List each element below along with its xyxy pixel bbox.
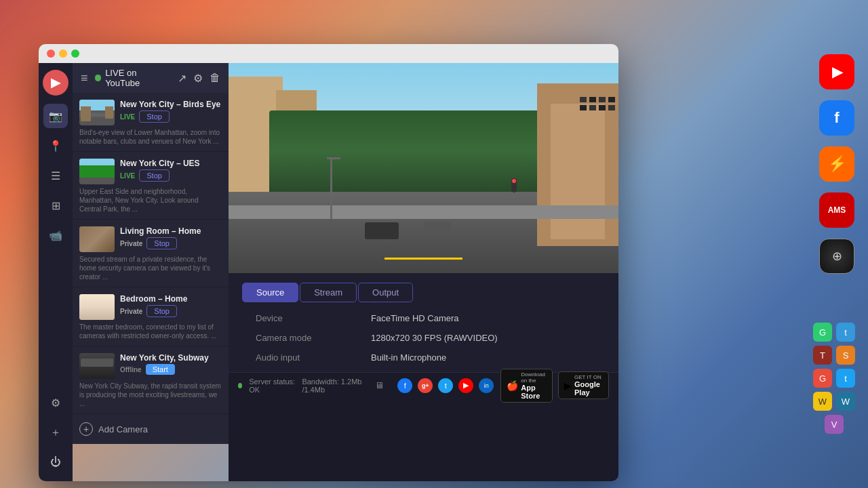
- bandwidth-icon[interactable]: 🖥: [375, 380, 384, 390]
- camera-description: The master bedroom, connected to my list…: [79, 323, 222, 340]
- mini-icon-1[interactable]: G: [813, 323, 832, 342]
- status-badge: Offline: [120, 366, 142, 373]
- sidebar-item-power[interactable]: ⏻: [43, 450, 68, 474]
- camera-info: New York City – UES LIVE Stop: [120, 159, 222, 184]
- status-badge: LIVE: [120, 172, 135, 180]
- google-play-name: Google Play: [574, 380, 603, 396]
- facebook-app-icon[interactable]: f: [819, 100, 854, 136]
- tab-row: Source Stream Output: [242, 283, 605, 302]
- status-badge: Private: [120, 240, 142, 247]
- app-logo[interactable]: ▶: [43, 70, 68, 96]
- google-social-icon[interactable]: g+: [418, 378, 433, 393]
- list-item[interactable]: New York City – Birds Eye LIVE Stop Bird…: [73, 93, 229, 152]
- camera-info: Living Room – Home Private Stop: [120, 226, 222, 251]
- sidebar-item-list[interactable]: ☰: [43, 163, 68, 188]
- mini-icon-7[interactable]: W: [813, 392, 832, 411]
- tab-stream[interactable]: Stream: [300, 283, 357, 302]
- ams-app-icon[interactable]: AMS: [819, 192, 854, 228]
- youtube-social-icon[interactable]: ▶: [458, 378, 473, 393]
- thunder-icon-symbol: ⚡: [828, 155, 846, 173]
- top-bar-actions: ↗ ⚙ 🗑: [178, 72, 220, 85]
- live-status-label: LIVE on YouTube: [105, 68, 171, 88]
- google-play-text: GET IT ON Google Play: [574, 374, 603, 396]
- sidebar-item-grid[interactable]: ⊞: [43, 193, 68, 218]
- s5-app-icon[interactable]: ⊕: [819, 239, 854, 274]
- camera-thumbnail: [79, 100, 115, 125]
- server-status-dot: [238, 383, 242, 388]
- tab-output[interactable]: Output: [358, 283, 413, 302]
- ams-icon-symbol: AMS: [828, 205, 846, 215]
- maximize-button[interactable]: [71, 49, 79, 58]
- twitter-social-icon[interactable]: t: [438, 378, 453, 393]
- sidebar-item-map[interactable]: 📍: [43, 134, 68, 158]
- camera-mode-value: 868x488 30 FPS (RAWVIDEO): [371, 333, 591, 343]
- youtube-icon-symbol: ▶: [832, 64, 842, 80]
- traffic-lights: [47, 49, 79, 58]
- sidebar-item-plus[interactable]: ＋: [43, 420, 68, 445]
- list-item[interactable]: Living Room – Home Private Stop Secured …: [73, 220, 229, 287]
- mini-icon-8[interactable]: W: [836, 392, 855, 411]
- sidebar-item-video[interactable]: 📹: [43, 223, 68, 247]
- youtube-app-icon[interactable]: ▶: [819, 54, 854, 89]
- facebook-social-icon[interactable]: f: [397, 378, 412, 393]
- google-play-icon: ▶: [564, 380, 572, 391]
- trash-icon[interactable]: 🗑: [210, 72, 220, 84]
- stop-button[interactable]: Stop: [146, 305, 177, 317]
- share-icon[interactable]: ↗: [178, 72, 186, 85]
- camera-description: Secured stream of a private residence, t…: [79, 255, 222, 281]
- google-play-badge[interactable]: ▶ GET IT ON Google Play: [558, 371, 609, 399]
- list-icon: ☰: [51, 169, 60, 182]
- device-value: FaceTime HD Camera: [371, 313, 591, 323]
- camera-list: New York City – Birds Eye LIVE Stop Bird…: [73, 93, 229, 444]
- mini-icon-6[interactable]: t: [836, 369, 855, 388]
- menu-icon[interactable]: ≡: [81, 71, 88, 85]
- video-preview: [229, 63, 618, 273]
- facebook-icon-symbol: f: [834, 109, 839, 127]
- s5-icon-symbol: ⊕: [832, 249, 842, 264]
- list-item[interactable]: New York City – UES LIVE Stop Upper East…: [73, 152, 229, 220]
- camera-info: New York City – Birds Eye LIVE Stop: [120, 100, 222, 125]
- grid-icon: ⊞: [52, 199, 60, 212]
- app-store-name: App Store: [521, 384, 547, 400]
- tab-source[interactable]: Source: [242, 283, 298, 302]
- start-button[interactable]: Start: [146, 364, 175, 375]
- app-store-badge[interactable]: 🍎 Download on the App Store: [500, 369, 553, 403]
- google-play-small: GET IT ON: [574, 374, 603, 380]
- social-icons: f g+ t ▶ in: [397, 378, 494, 393]
- mini-icon-5[interactable]: G: [813, 369, 832, 388]
- settings-top-icon[interactable]: ⚙: [193, 72, 203, 85]
- status-badge: LIVE: [120, 113, 135, 121]
- mini-icon-2[interactable]: t: [836, 323, 855, 342]
- right-panel: Source Stream Output Device FaceTime HD …: [229, 63, 618, 481]
- stop-button[interactable]: Stop: [139, 169, 170, 182]
- camera-list-icon: 📷: [49, 110, 62, 123]
- power-icon: ⏻: [50, 456, 61, 468]
- minimize-button[interactable]: [59, 49, 67, 58]
- sidebar-item-cameras[interactable]: 📷: [43, 104, 68, 128]
- mini-icon-4[interactable]: S: [836, 346, 855, 365]
- stop-button[interactable]: Stop: [146, 237, 177, 249]
- camera-name: New York City – Birds Eye: [120, 100, 222, 109]
- close-button[interactable]: [47, 49, 55, 58]
- server-status-text: Server status: OK: [249, 378, 295, 394]
- thunder-app-icon[interactable]: ⚡: [819, 146, 854, 182]
- desktop-icons: ▶ f ⚡ AMS ⊕: [819, 54, 854, 274]
- source-info: Device FaceTime HD Camera Camera mode 12…: [242, 313, 605, 363]
- camera-thumbnail: [79, 159, 115, 184]
- sidebar-item-settings[interactable]: ⚙: [43, 390, 68, 415]
- camera-thumbnail: [79, 294, 115, 320]
- add-camera-button[interactable]: + Add Camera: [73, 414, 229, 444]
- map-icon: 📍: [49, 140, 62, 152]
- add-camera-label: Add Camera: [98, 424, 148, 434]
- mini-icon-3[interactable]: T: [813, 346, 832, 365]
- desktop-background: ▶ 📷 📍 ☰ ⊞ 📹 ⚙: [0, 0, 868, 488]
- audio-input-value: Built-in Microphone: [371, 352, 591, 363]
- app-store-text: Download on the App Store: [521, 371, 547, 400]
- mini-icons-cluster: G t T S G t W W V: [807, 323, 861, 434]
- app-window: ▶ 📷 📍 ☰ ⊞ 📹 ⚙: [39, 44, 618, 481]
- mini-icon-9[interactable]: V: [825, 415, 844, 434]
- linkedin-social-icon[interactable]: in: [479, 378, 494, 393]
- list-item[interactable]: Bedroom – Home Private Stop The master b…: [73, 287, 229, 346]
- list-item[interactable]: New York City, Subway Offline Start New …: [73, 346, 229, 414]
- stop-button[interactable]: Stop: [139, 110, 170, 123]
